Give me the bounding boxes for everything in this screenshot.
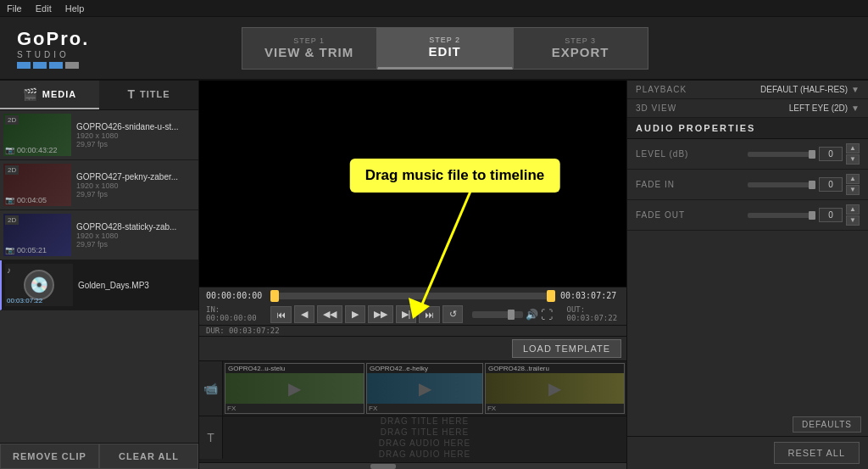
video-track: 📹 GOPRO42..u-stelu ▶ FX GOPRO42..e-helky… (199, 361, 626, 416)
reset-all-button[interactable]: RESET ALL (774, 442, 860, 464)
step3-btn[interactable]: STEP 3 EXPORT (513, 27, 648, 70)
audio-name: Golden_Days.MP3 (78, 281, 190, 290)
svg-line-0 (421, 187, 472, 306)
end-timecode: 00:03:07:27 (560, 291, 620, 300)
step-back-button[interactable]: ⏮ (270, 306, 292, 323)
fadeout-up-button[interactable]: ▲ (846, 204, 860, 215)
drag-audio-2: DRAG AUDIO HERE (230, 449, 620, 459)
fast-forward-button[interactable]: ▶▶ (368, 305, 393, 323)
step3-num: STEP 3 (565, 36, 596, 45)
level-input[interactable] (819, 147, 843, 161)
fadein-up-button[interactable]: ▲ (846, 174, 860, 184)
media-icon-row: 📷 00:00:43:22 (5, 146, 58, 154)
fadeout-label: FADE OUT (636, 210, 748, 220)
menu-help[interactable]: Help (65, 3, 85, 14)
video-clip[interactable]: GOPRO428..traileru ▶ FX (485, 363, 625, 414)
level-up-button[interactable]: ▲ (846, 143, 860, 154)
media-thumb: 2D 📷 00:05:21 (3, 214, 71, 256)
video-clip[interactable]: GOPRO42..u-stelu ▶ FX (225, 363, 364, 414)
prev-frame-button[interactable]: ◀ (294, 305, 314, 323)
step1-btn[interactable]: STEP 1 VIEW & TRIM (242, 27, 377, 70)
fadein-down-button[interactable]: ▼ (846, 185, 860, 195)
media-name: GOPRO428-staticky-zab... (76, 222, 190, 232)
list-item[interactable]: 2D 📷 00:04:05 GOPRO427-pekny-zaber... 19… (0, 160, 198, 210)
left-panel: 🎬 MEDIA T TITLE 2D 📷 00:00:43:22 GO (0, 81, 199, 469)
rewind-button[interactable]: ◀◀ (317, 305, 342, 323)
start-timecode: 00:00:00:00 (206, 291, 265, 300)
list-item[interactable]: 2D 📷 00:00:43:22 GOPRO426-snidane-u-st..… (0, 110, 198, 160)
load-template-button[interactable]: LOAD TEMPLATE (512, 339, 621, 358)
fadeout-down-button[interactable]: ▼ (846, 215, 860, 226)
menu-bar: File Edit Help (0, 0, 868, 17)
media-name: GOPRO427-pekny-zaber... (76, 172, 190, 181)
step1-num: STEP 1 (293, 36, 325, 45)
video-clips: GOPRO42..u-stelu ▶ FX GOPRO42..e-helky ▶… (223, 361, 626, 416)
clip-label: GOPRO42..e-helky (367, 364, 482, 373)
fullscreen-icon[interactable]: ⛶ (541, 308, 553, 321)
tab-bar: 🎬 MEDIA T TITLE (0, 81, 198, 110)
fadein-slider[interactable] (748, 182, 815, 187)
scroll-thumb[interactable] (370, 464, 396, 469)
header: GoPro. STUDIO STEP 1 VIEW & TRIM STEP 2 … (0, 17, 868, 81)
step1-label: VIEW & TRIM (264, 45, 353, 59)
svg-marker-1 (409, 298, 430, 319)
fadeout-input[interactable] (819, 208, 843, 222)
video-track-icon: 📹 (199, 361, 223, 416)
tab-media-label: MEDIA (42, 89, 76, 99)
clip-label: GOPRO42..u-stelu (225, 364, 364, 373)
step3-label: EXPORT (552, 45, 609, 59)
play-button[interactable]: ▶ (345, 305, 365, 323)
media-fps: 29,97 fps (76, 140, 190, 148)
menu-file[interactable]: File (7, 3, 22, 14)
step2-num: STEP 2 (429, 36, 460, 44)
timeline-area: 📹 GOPRO42..u-stelu ▶ FX GOPRO42..e-helky… (199, 360, 626, 462)
media-badge: 2D (5, 215, 19, 225)
fadeout-slider-container: ▲ ▼ (748, 204, 860, 226)
fadein-thumb (809, 181, 815, 189)
list-item[interactable]: ♪ 💿 00:03:07:22 Golden_Days.MP3 (0, 260, 198, 310)
remove-clip-button[interactable]: REMOVE CLIP (0, 444, 99, 469)
fadein-row: FADE IN ▲ ▼ (627, 170, 868, 200)
media-badge: 2D (5, 165, 19, 175)
list-item[interactable]: 2D 📷 00:05:21 GOPRO428-staticky-zab... 1… (0, 210, 198, 260)
level-down-button[interactable]: ▼ (846, 154, 860, 165)
camera-icon: 📷 (5, 196, 14, 204)
fx-label: FX (367, 404, 482, 413)
steps-nav: STEP 1 VIEW & TRIM STEP 2 EDIT STEP 3 EX… (242, 27, 648, 70)
tab-media[interactable]: 🎬 MEDIA (0, 81, 99, 109)
in-time: IN: 00:00:00:00 (206, 305, 257, 323)
media-meta: 1920 x 1080 (76, 232, 190, 240)
audio-thumb: ♪ 💿 00:03:07:22 (5, 264, 73, 306)
scrubber-end[interactable] (547, 290, 555, 302)
clip-label: GOPRO428..traileru (486, 364, 624, 373)
media-info: GOPRO426-snidane-u-st... 1920 x 1080 29,… (71, 120, 195, 150)
out-time: OUT: 00:03:07:22 (566, 305, 620, 323)
clip-play-icon: ▶ (419, 378, 431, 399)
video-clip[interactable]: GOPRO42..e-helky ▶ FX (366, 363, 483, 414)
media-info: GOPRO428-staticky-zab... 1920 x 1080 29,… (71, 221, 195, 250)
fadein-label: FADE IN (636, 180, 748, 189)
fadeout-row: FADE OUT ▲ ▼ (627, 200, 868, 231)
defaults-button[interactable]: DEFAULTS (793, 416, 861, 433)
step2-btn[interactable]: STEP 2 EDIT (377, 27, 513, 70)
logo-gopro-text: GoPro. (17, 28, 89, 50)
fadein-input[interactable] (819, 177, 843, 192)
timeline-scrollbar[interactable] (199, 462, 626, 469)
scrubber-thumb[interactable] (270, 290, 279, 302)
tab-title[interactable]: T TITLE (99, 81, 198, 109)
level-arrow-btns: ▲ ▼ (846, 143, 860, 165)
text-track-icon: T (199, 416, 223, 459)
media-fps: 29,97 fps (76, 240, 190, 248)
playback-value[interactable]: DEFAULT (HALF-RES) ▼ (760, 85, 860, 94)
fx-label: FX (225, 404, 364, 413)
main-area: 🎬 MEDIA T TITLE 2D 📷 00:00:43:22 GO (0, 81, 868, 469)
media-meta: 1920 x 1080 (76, 181, 190, 190)
menu-edit[interactable]: Edit (36, 3, 52, 14)
clear-all-button[interactable]: CLEAR ALL (99, 444, 198, 469)
3dview-value[interactable]: LEFT EYE (2D) ▼ (789, 103, 860, 113)
media-thumb: 2D 📷 00:00:43:22 (3, 114, 71, 156)
media-thumb: 2D 📷 00:04:05 (3, 164, 71, 206)
fadeout-slider[interactable] (748, 213, 815, 218)
level-slider[interactable] (748, 152, 815, 157)
video-preview: Drag music file to timeline (199, 81, 626, 287)
